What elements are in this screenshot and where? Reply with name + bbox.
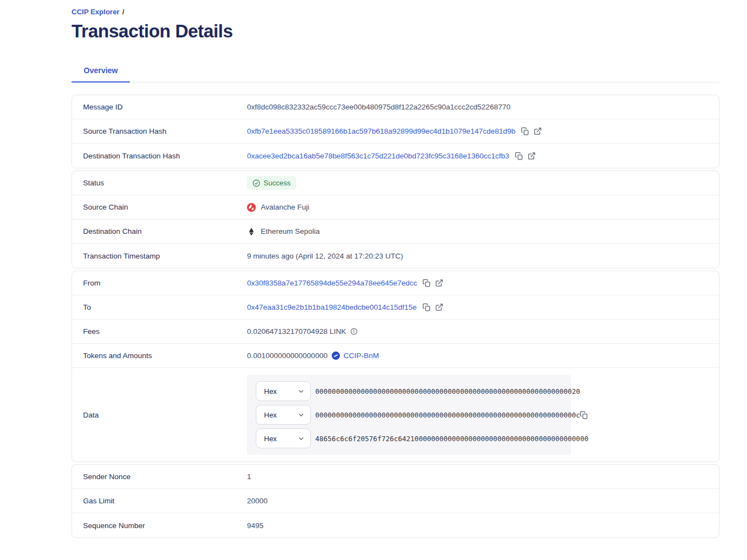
row-label: Gas Limit <box>83 497 247 505</box>
open-source-tx-external-button[interactable] <box>534 127 542 135</box>
open-dest-tx-external-button[interactable] <box>528 152 536 160</box>
row-label: Sender Nonce <box>83 473 247 481</box>
ccip-bnm-token-icon <box>332 352 340 360</box>
fees-value: 0.020647132170704928 LINK <box>247 327 346 336</box>
message-id-value: 0xf8dc098c832332ac59ccc73ee00b480975d8f1… <box>247 103 510 111</box>
copy-icon <box>422 279 431 287</box>
token-amount: 0.001000000000000000 <box>247 352 327 360</box>
from-address-link[interactable]: 0x30f8358a7e17765894de55e294a78ee645e7ed… <box>247 279 417 287</box>
external-link-icon <box>435 303 443 311</box>
data-format-label: Hex <box>264 435 277 443</box>
to-address-link[interactable]: 0x47eaa31c9e2b1b1ba19824bedcbe0014c15df1… <box>247 303 417 311</box>
data-hex-box: Hex 000000000000000000000000000000000000… <box>247 375 571 455</box>
data-line: Hex 48656c6c6f20576f726c6421000000000000… <box>256 429 562 448</box>
row-sender-nonce: Sender Nonce 1 <box>72 465 719 489</box>
card-addresses-data: From 0x30f8358a7e17765894de55e294a78ee64… <box>72 271 719 462</box>
data-format-select[interactable]: Hex <box>256 381 311 401</box>
info-icon <box>350 328 358 335</box>
row-fees: Fees 0.020647132170704928 LINK <box>72 320 719 344</box>
dest-chain-name: Ethereum Sepolia <box>261 227 320 235</box>
row-to: To 0x47eaa31c9e2b1b1ba19824bedcbe0014c15… <box>72 295 719 320</box>
status-badge: Success <box>247 176 296 190</box>
check-circle-icon <box>252 179 260 187</box>
external-link-icon <box>528 152 536 160</box>
row-timestamp: Transaction Timestamp 9 minutes ago (Apr… <box>72 244 719 268</box>
details-table: Message ID 0xf8dc098c832332ac59ccc73ee00… <box>72 95 719 554</box>
timestamp-value: 9 minutes ago (April 12, 2024 at 17:20:2… <box>247 252 403 260</box>
data-format-select[interactable]: Hex <box>256 405 311 425</box>
row-label: From <box>83 279 247 287</box>
row-source-chain: Source Chain Avalanche Fuji <box>72 195 719 219</box>
data-hex-value: 0000000000000000000000000000000000000000… <box>315 411 580 419</box>
copy-to-button[interactable] <box>422 303 431 311</box>
dest-tx-hash-link[interactable]: 0xacee3ed2bca16ab5e78be8f563c1c75d221de0… <box>247 152 509 160</box>
row-tokens-amounts: Tokens and Amounts 0.001000000000000000 … <box>72 344 719 368</box>
status-text: Success <box>263 179 290 187</box>
chevron-down-icon <box>298 388 305 395</box>
source-tx-hash-link[interactable]: 0xfb7e1eea5335c018589166b1ac597b618a9289… <box>247 127 515 135</box>
data-line: Hex 000000000000000000000000000000000000… <box>256 381 562 401</box>
chevron-down-icon <box>298 411 305 419</box>
breadcrumb-separator: / <box>122 8 124 16</box>
dest-chain: Ethereum Sepolia <box>247 227 320 236</box>
card-status-chains: Status Success Source Chain Avalanche Fu… <box>72 171 719 268</box>
copy-dest-tx-button[interactable] <box>515 152 523 160</box>
row-label: Transaction Timestamp <box>83 252 247 260</box>
row-label: Source Chain <box>83 203 247 211</box>
row-label: Data <box>83 411 247 419</box>
row-gas-limit: Gas Limit 20000 <box>72 489 719 513</box>
copy-icon <box>580 411 588 419</box>
ethereum-sepolia-icon <box>247 227 256 236</box>
row-label: Source Transaction Hash <box>83 127 247 135</box>
row-status: Status Success <box>72 171 719 195</box>
row-label: To <box>83 303 247 311</box>
copy-source-tx-button[interactable] <box>521 127 529 135</box>
source-chain: Avalanche Fuji <box>247 203 309 212</box>
row-dest-tx-hash: Destination Transaction Hash 0xacee3ed2b… <box>72 144 719 168</box>
row-label: Status <box>83 179 247 187</box>
card-transaction-ids: Message ID 0xf8dc098c832332ac59ccc73ee00… <box>72 95 719 168</box>
sequence-number-value: 9495 <box>247 521 263 530</box>
copy-from-button[interactable] <box>422 279 431 287</box>
row-message-id: Message ID 0xf8dc098c832332ac59ccc73ee00… <box>72 95 719 119</box>
page-title: Transaction Details <box>72 21 719 42</box>
sender-nonce-value: 1 <box>247 473 251 481</box>
copy-icon <box>515 152 523 160</box>
row-label: Sequence Number <box>83 521 247 530</box>
card-meta: Sender Nonce 1 Gas Limit 20000 Sequence … <box>72 464 719 538</box>
row-sequence-number: Sequence Number 9495 <box>72 513 719 537</box>
tab-bar: Overview <box>72 61 719 83</box>
external-link-icon <box>435 279 443 287</box>
fees-info-icon[interactable] <box>350 328 358 335</box>
data-line: Hex 000000000000000000000000000000000000… <box>256 405 562 425</box>
data-hex-value: 0000000000000000000000000000000000000000… <box>315 387 580 396</box>
copy-data-button[interactable] <box>580 411 588 419</box>
breadcrumb-link-ccip-explorer[interactable]: CCIP Explorer <box>72 8 119 16</box>
row-label: Tokens and Amounts <box>83 352 247 360</box>
external-link-icon <box>534 127 542 135</box>
transaction-details-page: CCIP Explorer/ Transaction Details Overv… <box>72 8 719 554</box>
data-hex-value: 48656c6c6f20576f726c64210000000000000000… <box>315 435 589 443</box>
data-format-select[interactable]: Hex <box>256 429 311 448</box>
open-to-external-button[interactable] <box>435 303 443 311</box>
source-chain-name: Avalanche Fuji <box>261 203 309 211</box>
row-dest-chain: Destination Chain Ethereum Sepolia <box>72 219 719 244</box>
data-format-label: Hex <box>264 411 277 419</box>
row-source-tx-hash: Source Transaction Hash 0xfb7e1eea5335c0… <box>72 119 719 144</box>
row-data: Data Hex 0000000000000000000000000000000… <box>72 368 719 462</box>
token-badge: CCIP-BnM <box>332 352 379 360</box>
copy-icon <box>521 127 529 135</box>
row-label: Message ID <box>83 103 247 111</box>
gas-limit-value: 20000 <box>247 497 268 505</box>
row-from: From 0x30f8358a7e17765894de55e294a78ee64… <box>72 271 719 295</box>
copy-icon <box>422 303 431 311</box>
open-from-external-button[interactable] <box>435 279 443 287</box>
row-label: Destination Chain <box>83 227 247 235</box>
avalanche-fuji-icon <box>247 203 256 212</box>
row-label: Destination Transaction Hash <box>83 152 247 160</box>
row-label: Fees <box>83 327 247 336</box>
data-format-label: Hex <box>264 387 277 396</box>
token-link[interactable]: CCIP-BnM <box>343 352 379 360</box>
breadcrumb: CCIP Explorer/ <box>72 8 719 17</box>
tab-overview[interactable]: Overview <box>72 61 130 83</box>
